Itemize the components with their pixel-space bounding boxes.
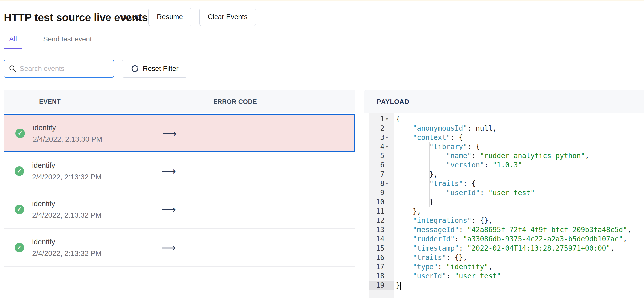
line-number: 16	[369, 253, 384, 262]
event-type-label: identify	[32, 199, 101, 208]
code-text: "integrations": {},	[396, 216, 492, 225]
code-text: "userId": "user_test"	[396, 188, 534, 197]
code-text: },	[396, 170, 438, 179]
code-line-6[interactable]: 6 "version": "1.0.3"	[364, 160, 644, 170]
code-line-3[interactable]: 3▾ "context": {	[364, 133, 644, 142]
code-text: "rudderId": "a33086db-9375-4c22-a2a3-b5d…	[396, 234, 627, 244]
line-number: 8	[369, 179, 384, 188]
code-text: }	[396, 280, 400, 290]
payload-panel: PAYLOAD 1▾{2 "anonymousId": null,3▾ "con…	[364, 90, 644, 298]
event-row-texts: identify2/4/2022, 2:13:32 PM	[32, 238, 101, 257]
line-number: 2	[369, 124, 384, 133]
code-line-18[interactable]: 18 "userId": "user_test"	[364, 271, 644, 280]
search-icon	[9, 65, 17, 73]
event-timestamp: 2/4/2022, 2:13:30 PM	[33, 135, 102, 143]
code-text: "version": "1.0.3"	[396, 160, 522, 170]
fold-caret-icon[interactable]: ▾	[386, 179, 388, 188]
arrow-right-icon[interactable]: ⟶	[162, 242, 176, 253]
code-text: "anonymousId": null,	[396, 124, 497, 133]
resume-button[interactable]: Resume	[148, 8, 191, 26]
success-check-icon: ✓	[16, 129, 25, 138]
line-number: 19	[369, 280, 384, 290]
code-text: },	[396, 207, 421, 216]
code-line-4[interactable]: 4▾ "library": {	[364, 142, 644, 151]
tab-all[interactable]: All	[4, 35, 22, 49]
code-text: }	[396, 197, 434, 207]
event-timestamp: 2/4/2022, 2:13:32 PM	[32, 173, 101, 181]
line-number: 12	[369, 216, 384, 225]
line-number: 17	[369, 262, 384, 271]
event-row-texts: identify2/4/2022, 2:13:32 PM	[32, 199, 101, 219]
event-row[interactable]: ✓identify2/4/2022, 2:13:30 PM⟶	[4, 114, 355, 152]
code-line-16[interactable]: 16 "traits": {},	[364, 253, 644, 262]
code-line-17[interactable]: 17 "type": "identify",	[364, 262, 644, 271]
indent-guide	[429, 142, 430, 207]
code-line-5[interactable]: 5 "name": "rudder-analytics-python",	[364, 151, 644, 160]
code-text: "context": {	[396, 133, 463, 142]
reset-filter-label: Reset Filter	[143, 65, 178, 73]
code-line-12[interactable]: 12 "integrations": {},	[364, 216, 644, 225]
success-check-icon: ✓	[15, 205, 24, 214]
arrow-right-icon[interactable]: ⟶	[162, 165, 176, 177]
code-text: "traits": {	[396, 179, 476, 188]
tab-bar-divider	[0, 49, 644, 49]
line-number: 10	[369, 197, 384, 207]
events-table: EVENT ERROR CODE ✓identify2/4/2022, 2:13…	[4, 90, 355, 267]
code-line-14[interactable]: 14 "rudderId": "a33086db-9375-4c22-a2a3-…	[364, 234, 644, 244]
code-line-11[interactable]: 11 },	[364, 207, 644, 216]
line-number: 6	[369, 160, 384, 170]
column-header-event: EVENT	[39, 98, 60, 105]
code-editor[interactable]: 1▾{2 "anonymousId": null,3▾ "context": {…	[364, 113, 644, 298]
code-line-9[interactable]: 9 "userId": "user_test"	[364, 188, 644, 197]
column-header-error-code: ERROR CODE	[213, 98, 257, 105]
arrow-right-icon[interactable]: ⟶	[162, 204, 176, 215]
line-number: 1	[369, 114, 384, 124]
code-line-1[interactable]: 1▾{	[364, 114, 644, 124]
code-text: "type": "identify",	[396, 262, 492, 271]
code-text: {	[396, 114, 400, 124]
events-table-header: EVENT ERROR CODE	[4, 90, 355, 113]
code-line-2[interactable]: 2 "anonymousId": null,	[364, 124, 644, 133]
event-row[interactable]: ✓identify2/4/2022, 2:13:32 PM⟶	[4, 152, 355, 190]
fold-caret-icon[interactable]: ▾	[386, 114, 388, 124]
line-number: 5	[369, 151, 384, 160]
fold-caret-icon[interactable]: ▾	[386, 133, 388, 142]
search-input-wrapper[interactable]	[4, 60, 114, 78]
code-line-10[interactable]: 10 }	[364, 197, 644, 207]
clear-events-button[interactable]: Clear Events	[199, 8, 256, 26]
event-type-label: identify	[32, 238, 101, 246]
code-text: "messageId": "42a8695f-72f4-4f9f-bfcf-20…	[396, 225, 631, 234]
search-input[interactable]	[20, 65, 110, 73]
timer-label: 00:00	[122, 13, 140, 22]
code-text: "userId": "user_test"	[396, 271, 501, 280]
code-lines: 1▾{2 "anonymousId": null,3▾ "context": {…	[364, 114, 644, 290]
indent-guide	[446, 151, 446, 197]
reset-filter-button[interactable]: Reset Filter	[122, 60, 187, 78]
tab-send-test-event[interactable]: Send test event	[38, 35, 97, 49]
event-type-label: identify	[32, 161, 101, 169]
payload-panel-header: PAYLOAD	[364, 90, 644, 113]
refresh-icon	[131, 64, 139, 73]
line-number: 14	[369, 234, 384, 244]
event-row-texts: identify2/4/2022, 2:13:30 PM	[33, 123, 102, 143]
event-type-label: identify	[33, 123, 102, 132]
line-number: 3	[369, 133, 384, 142]
line-number: 9	[369, 188, 384, 197]
code-line-7[interactable]: 7 },	[364, 170, 644, 179]
event-row[interactable]: ✓identify2/4/2022, 2:13:32 PM⟶	[4, 229, 355, 267]
code-text: "timestamp": "2022-02-04T14:13:28.275971…	[396, 244, 614, 253]
fold-caret-icon[interactable]: ▾	[386, 142, 388, 151]
success-check-icon: ✓	[15, 166, 24, 176]
code-line-19[interactable]: 19}	[364, 280, 644, 290]
code-text: "library": {	[396, 142, 480, 151]
event-timestamp: 2/4/2022, 2:13:32 PM	[32, 211, 101, 219]
code-line-8[interactable]: 8▾ "traits": {	[364, 179, 644, 188]
line-number: 18	[369, 271, 384, 280]
code-line-15[interactable]: 15 "timestamp": "2022-02-04T14:13:28.275…	[364, 244, 644, 253]
code-text: "name": "rudder-analytics-python",	[396, 151, 589, 160]
code-line-13[interactable]: 13 "messageId": "42a8695f-72f4-4f9f-bfcf…	[364, 225, 644, 234]
event-row[interactable]: ✓identify2/4/2022, 2:13:32 PM⟶	[4, 190, 355, 229]
line-number: 15	[369, 244, 384, 253]
arrow-right-icon[interactable]: ⟶	[162, 128, 176, 139]
payload-title: PAYLOAD	[377, 98, 409, 106]
